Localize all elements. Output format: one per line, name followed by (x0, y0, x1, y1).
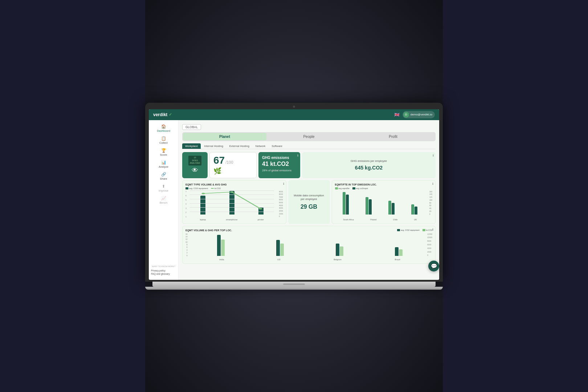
employee-label: GHG emissions per employee (351, 159, 387, 163)
employee-value: 645 kg.CO2 (355, 165, 383, 171)
vol-label-belgium: Belgium (334, 258, 342, 261)
score-total: /100 (225, 160, 233, 164)
chat-button[interactable]: 💬 (428, 261, 439, 271)
fte-label-poland: Poland (370, 219, 376, 221)
sub-tab-internal-hosting[interactable]: Internal Hosting (201, 143, 226, 149)
mobile-data-card: Mobile data consumption per employee 29 … (288, 180, 330, 224)
sidebar-label-collect: Collect (159, 141, 168, 144)
bar-poland-2 (369, 199, 372, 215)
logo-check-icon: ✓ (169, 112, 172, 117)
svg-point-2 (259, 208, 262, 209)
bench-icon: 📈 (161, 196, 166, 201)
mobile-data-label: Mobile data consumption per employee (292, 194, 326, 201)
fte-label-uk: UK (414, 219, 417, 221)
privacy-policy-link[interactable]: Privacy policy (150, 269, 177, 272)
vol-label-us: US (277, 258, 280, 261)
sidebar-footer-title: WANT TO KNOW MORE? (150, 265, 177, 268)
eqmt-type-chart: ℹ EQMT TYPE VOLUME & AVG GHG avg. CO2/ e… (182, 180, 286, 224)
flag-icon: 🇬🇧 (394, 112, 400, 117)
bar-label-smartphone: smartphone (226, 219, 238, 221)
sub-tab-network[interactable]: Network (253, 143, 269, 149)
score-icon: 🏆 (161, 148, 166, 153)
sub-tab-software[interactable]: Software (269, 143, 285, 149)
sidebar-item-share[interactable]: 🔗 Share (149, 170, 178, 182)
sidebar-item-analyze[interactable]: 📊 Analyze (149, 158, 178, 170)
sidebar-item-bench[interactable]: 📈 Bench (149, 194, 178, 206)
sidebar: 🏠 Dashboard 📋 Collect 🏆 Score (149, 120, 179, 280)
employee-ghg-card: ℹ GHG emissions per employee 645 kg.CO2 (302, 152, 436, 178)
sidebar-item-improve[interactable]: ⬆ Improve (149, 182, 178, 194)
user-email: demo@verdikt.io (411, 113, 432, 116)
analyze-icon: 📊 (161, 160, 166, 165)
fte-label-chile: Chile (393, 219, 398, 221)
ghg-title: GHG emissions (262, 156, 297, 160)
sites-analyzed-badge: 13 SITES ANALYZED (188, 156, 202, 166)
bar-uk-1 (411, 204, 414, 215)
bar-chile-1 (388, 201, 391, 215)
sidebar-label-improve: Improve (159, 189, 168, 192)
eqmt-fte-title: EQMT/FTE IN TOP EMISSION LOC. (335, 183, 433, 186)
global-badge[interactable]: GLOBAL (182, 124, 201, 130)
sidebar-item-collect[interactable]: 📋 Collect (149, 134, 178, 146)
info-icon-eqmt-vol: ℹ (432, 228, 433, 231)
sub-tab-external-hosting[interactable]: External Hosting (226, 143, 252, 149)
bar-india-1 (217, 235, 221, 256)
bar-uk-2 (415, 207, 417, 215)
ghg-value: 41 kt.CO2 (262, 161, 297, 167)
dashboard-icon: 🏠 (161, 124, 166, 129)
bar-brazil-2 (399, 249, 403, 256)
mobile-data-value: 29 GB (301, 204, 317, 210)
header-right: 🇬🇧 D demo@verdikt.io (394, 111, 435, 118)
app-header: verdikt ✓ 🇬🇧 D demo@verdikt.io (149, 109, 439, 120)
user-badge[interactable]: D demo@verdikt.io (403, 111, 435, 118)
sidebar-label-share: Share (160, 177, 167, 180)
bar-label-printer: printer (258, 219, 264, 221)
score-number: 67 (213, 155, 225, 166)
bar-chile-2 (392, 203, 395, 215)
tab-planet[interactable]: Planet (183, 133, 266, 140)
bar-south-africa-2 (346, 195, 349, 215)
ghg-card: ℹ GHG emissions 41 kt.CO2 28% of global … (258, 152, 300, 178)
logo-text: verdikt (153, 112, 167, 117)
bar-us-1 (276, 240, 280, 256)
sidebar-label-analyze: Analyze (159, 165, 168, 168)
sidebar-label-dashboard: Dashboard (157, 129, 170, 132)
svg-point-0 (201, 193, 205, 194)
eqmt-volume-chart: ℹ EQMT VOLUME & GHG PER TOP LOC. avg. CO… (182, 226, 436, 264)
sub-tabs: Workplace Internal Hosting External Host… (182, 143, 436, 149)
bar-south-africa-1 (343, 192, 346, 215)
share-icon: 🔗 (161, 172, 166, 177)
eqmt-volume-title: EQMT VOLUME & GHG PER TOP LOC. (185, 229, 232, 232)
faq-glossary-link[interactable]: FAQ and glossary (150, 272, 177, 275)
tab-profit[interactable]: Profit (351, 133, 435, 140)
fte-label-south-africa: South Africa (343, 219, 354, 221)
score-number-card: 67 /100 🌿 (209, 152, 257, 178)
vol-label-india: India (219, 258, 224, 261)
info-icon-employee: ℹ (433, 154, 434, 157)
main-content: GLOBAL Planet People Profit Workplace In… (179, 120, 439, 280)
bar-brazil-1 (395, 247, 399, 256)
ghg-subtitle: 28% of global emissions (262, 169, 297, 172)
bar-us-2 (280, 244, 284, 256)
eqmt-type-title: EQMT TYPE VOLUME & AVG GHG (185, 183, 283, 186)
eqmt-fte-chart: ℹ EQMT/FTE IN TOP EMISSION LOC. avg eqmt… (332, 180, 436, 224)
collect-icon: 📋 (161, 136, 166, 141)
tab-people[interactable]: People (267, 133, 351, 140)
user-avatar: D (403, 112, 409, 118)
score-visual-card: 13 SITES ANALYZED 👁 (182, 152, 208, 178)
info-icon-eqmt-type: ℹ (283, 182, 284, 185)
sidebar-label-score: Score (160, 153, 167, 156)
sub-tab-workplace[interactable]: Workplace (182, 143, 201, 149)
logo-area: verdikt ✓ (153, 112, 172, 117)
bar-belgium-2 (340, 246, 343, 256)
sidebar-label-bench: Bench (160, 201, 167, 204)
bar-poland-1 (366, 197, 368, 215)
info-icon-ghg: ℹ (297, 154, 298, 157)
improve-icon: ⬆ (162, 184, 165, 189)
bar-india-2 (221, 240, 225, 256)
sidebar-item-score[interactable]: 🏆 Score (149, 146, 178, 158)
main-tabs: Planet People Profit (182, 132, 436, 141)
vol-label-brazil: Brazil (395, 258, 400, 261)
bar-belgium-1 (336, 244, 339, 256)
sidebar-item-dashboard[interactable]: 🏠 Dashboard (149, 122, 178, 134)
